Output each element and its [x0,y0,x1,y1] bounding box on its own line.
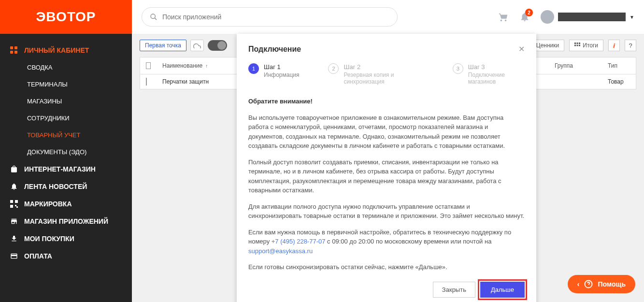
svg-rect-16 [579,45,580,46]
svg-rect-5 [14,51,17,54]
svg-rect-3 [14,46,17,49]
modal-paragraph: Если готовы синхронизировать остатки сей… [248,262,525,272]
sidebar-label: ЛИЧНЫЙ КАБИНЕТ [24,46,89,54]
info-button[interactable]: i [608,40,620,51]
store-icon [10,217,18,225]
step-number: 2 [328,63,339,74]
modal-title: Подключение [248,45,301,54]
th-checkbox[interactable] [140,58,157,74]
attention-heading: Обратите внимание! [248,97,525,106]
logo-area: ЭВОТОР [0,0,132,34]
grid-icon [10,46,18,54]
step-number: 3 [453,63,463,74]
sidebar-item-account[interactable]: ЛИЧНЫЙ КАБИНЕТ [0,42,132,59]
modal-body: Обратите внимание! Вы используете товаро… [248,97,525,272]
user-name [558,13,626,21]
help-circle-icon [584,280,593,288]
svg-rect-6 [10,200,13,203]
download-icon [10,235,18,243]
location-chip[interactable]: Первая точка [140,40,186,51]
sidebar-item-marking[interactable]: МАРКИРОВКА [0,195,132,213]
bell-icon [10,183,18,190]
svg-rect-8 [10,205,13,208]
svg-rect-9 [15,205,16,206]
close-button[interactable]: Закрыть [433,282,475,298]
notification-badge: 2 [525,9,533,16]
th-group[interactable]: Группа [549,58,602,74]
cart-icon[interactable] [498,12,509,22]
help-button[interactable]: ? [625,40,636,51]
sidebar-item-summary[interactable]: СВОДКА [0,59,132,76]
search-input[interactable] [162,13,389,21]
modal-paragraph: Полный доступ позволит создавать приемки… [248,158,525,195]
user-menu[interactable]: ▼ [541,10,634,24]
toggle-switch[interactable] [208,40,227,51]
row-checkbox[interactable] [146,78,147,86]
svg-rect-13 [579,43,580,44]
modal-connection: Подключение ✕ 1 Шаг 1 Информация 2 Шаг 2… [237,34,536,302]
support-email-link[interactable]: support@easykassa.ru [248,247,313,255]
svg-rect-2 [10,46,13,49]
svg-rect-10 [16,206,18,208]
step-3: 3 Шаг 3 Подключение магазинов [453,63,525,85]
sidebar-item-news[interactable]: ЛЕНТА НОВОСТЕЙ [0,178,132,195]
sidebar-item-appstore[interactable]: МАГАЗИН ПРИЛОЖЕНИЙ [0,213,132,230]
sidebar-item-terminals[interactable]: ТЕРМИНАЛЫ [0,76,132,93]
svg-rect-12 [577,43,578,44]
notification-icon[interactable]: 2 [519,12,530,22]
step-2: 2 Шаг 2 Резервная копия и синхронизация [328,63,423,85]
logo-text: ЭВОТОР [36,9,96,25]
avatar-icon [541,10,554,24]
totals-button[interactable]: Итоги [569,40,603,51]
svg-line-1 [155,18,157,20]
step-1: 1 Шаг 1 Информация [248,63,299,85]
support-phone-link[interactable]: +7 (495) 228-77-07 [272,238,326,245]
cloud-icon[interactable] [190,40,204,51]
svg-point-0 [151,14,155,18]
modal-paragraph: Вы используете товароучетное приложение … [248,113,525,151]
chevron-down-icon: ▼ [630,14,634,20]
sidebar-item-purchases[interactable]: МОИ ПОКУПКИ [0,230,132,247]
qr-icon [10,200,18,208]
cell-group [549,74,602,89]
sort-up-icon: ↑ [205,63,208,69]
help-fab[interactable]: ‹ Помощь [568,275,635,293]
sidebar-item-ecommerce[interactable]: ИНТЕРНЕТ-МАГАЗИН [0,160,132,178]
modal-paragraph: Если вам нужна помощь в первичной настро… [248,228,525,256]
next-button[interactable]: Дальше [480,282,525,298]
close-icon[interactable]: ✕ [518,44,525,54]
bag-icon [10,165,18,173]
step-number: 1 [248,63,259,74]
card-icon [10,252,18,260]
svg-rect-7 [15,200,18,203]
sidebar-item-staff[interactable]: СОТРУДНИКИ [0,110,132,127]
svg-rect-11 [574,43,576,44]
search-box[interactable] [142,7,398,27]
cell-type: Товар [602,74,636,89]
svg-rect-4 [10,51,13,54]
th-type[interactable]: Тип [602,58,636,74]
sidebar-item-documents[interactable]: ДОКУМЕНТЫ (ЭДО) [0,144,132,160]
search-icon [150,13,157,21]
sidebar-item-stores[interactable]: МАГАЗИНЫ [0,93,132,110]
wizard-steps: 1 Шаг 1 Информация 2 Шаг 2 Резервная коп… [248,63,525,85]
svg-rect-15 [577,45,578,46]
chevron-left-icon: ‹ [577,280,580,288]
sidebar-item-inventory[interactable]: ТОВАРНЫЙ УЧЕТ [0,127,132,144]
help-fab-label: Помощь [598,280,626,288]
modal-paragraph: Для активации полного доступа нужно подк… [248,202,525,221]
sidebar: ЛИЧНЫЙ КАБИНЕТ СВОДКА ТЕРМИНАЛЫ МАГАЗИНЫ… [0,34,132,302]
svg-rect-14 [574,45,576,46]
sidebar-item-payment[interactable]: ОПЛАТА [0,247,132,265]
